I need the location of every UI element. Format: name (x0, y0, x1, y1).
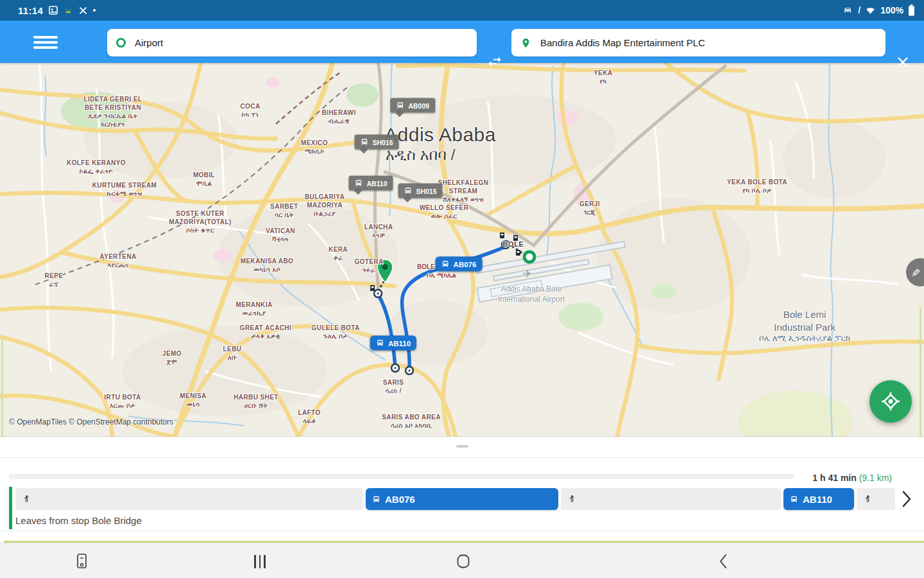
app-bar: Airport Bandira Addis Map Entertainment … (0, 21, 924, 63)
transit-badge-ab110[interactable]: AB110 (370, 336, 416, 351)
destination-pin-icon (520, 37, 531, 49)
boundary-line-left (1, 339, 3, 437)
boundary-line-right (920, 307, 921, 437)
route-leg-ab076[interactable]: AB076 (366, 488, 558, 510)
transit-badge-label: SH016 (372, 138, 393, 146)
bus-icon (376, 339, 384, 347)
route-duration: 1 h 41 min (812, 473, 859, 483)
route-bottom-sheet: 1 h 41 min (9.1 km) AB076AB110 Leaves fr… (0, 437, 924, 543)
close-button[interactable] (893, 53, 912, 72)
back-button[interactable] (714, 552, 733, 570)
home-button[interactable] (454, 552, 473, 570)
transit-badge-label: AB009 (408, 101, 429, 109)
transit-badge-ab076[interactable]: AB076 (436, 257, 483, 272)
transit-badge-label: AB076 (454, 260, 477, 268)
transit-badge-ab110[interactable]: AB110 (348, 176, 393, 191)
android-icon (64, 6, 73, 15)
clock: 11:14 (18, 5, 43, 16)
divider (0, 457, 924, 458)
battery-percent: 100% (880, 5, 903, 15)
origin-input[interactable]: Airport (107, 29, 477, 57)
pencil-icon: ✎ (909, 268, 922, 277)
bus-icon (396, 101, 404, 110)
screenshot-icon (48, 5, 58, 15)
destination-input[interactable]: Bandira Addis Map Entertainment PLC (511, 29, 886, 57)
route-timeline-bar (9, 474, 794, 479)
route-legs-bar[interactable]: AB076AB110 (15, 488, 895, 510)
destination-value: Bandira Addis Map Entertainment PLC (540, 37, 705, 48)
my-location-fab[interactable] (869, 380, 912, 423)
airplane-icon: ✈ (523, 267, 532, 281)
leg-bus-label: AB110 (803, 494, 832, 505)
swap-origin-destination-button[interactable] (484, 51, 505, 72)
transit-badge-sh016[interactable]: SH016 (354, 135, 398, 150)
bus-icon (354, 179, 363, 188)
route-leg-ab110[interactable]: AB110 (783, 488, 854, 510)
wifi-icon (865, 5, 876, 16)
city-label: Addis Ababa (384, 124, 496, 146)
bus-icon (372, 495, 381, 504)
status-bar: 11:14 / 100% (0, 0, 924, 21)
recents-button[interactable] (250, 552, 270, 570)
locate-crosshair-icon (880, 391, 901, 412)
car-mode-icon (842, 4, 853, 16)
route-summary: 1 h 41 min (9.1 km) (812, 473, 892, 483)
status-left: 11:14 (18, 5, 96, 16)
route-leg-walk-0[interactable] (15, 488, 363, 510)
bus-icon (790, 495, 798, 504)
walk-icon (22, 494, 31, 504)
origin-value: Airport (135, 37, 163, 48)
origin-ring-icon (116, 38, 126, 48)
notification-dot-icon (93, 9, 96, 12)
route-leg-walk-2[interactable] (561, 488, 781, 510)
accent-underline (4, 541, 924, 543)
divider (0, 530, 924, 531)
map-attribution: © OpenMapTiles © OpenStreetMap contribut… (9, 417, 173, 426)
bus-icon (404, 187, 412, 195)
departure-note: Leaves from stop Bole Bridge (15, 515, 142, 526)
slash-divider-icon: / (858, 5, 860, 15)
android-nav-bar (0, 543, 924, 578)
sheet-drag-handle[interactable] (456, 445, 468, 448)
bus-icon (441, 260, 450, 268)
transit-badge-label: AB110 (366, 179, 387, 187)
route-leg-walk-4[interactable] (857, 488, 895, 510)
selected-route-accent (9, 487, 12, 529)
status-right: / 100% (842, 4, 915, 16)
transit-badge-sh015[interactable]: SH015 (398, 184, 442, 198)
next-route-chevron[interactable] (898, 488, 915, 510)
map-canvas[interactable]: LIDETA GEBRI ELBETE KRISTIYANሊደታ ገብርኤል ቤ… (0, 63, 924, 437)
bus-icon (360, 138, 368, 146)
transit-badge-ab009[interactable]: AB009 (390, 98, 435, 113)
map-tiles (0, 63, 924, 437)
hamburger-menu-button[interactable] (33, 33, 58, 50)
route-endpoint-ring (524, 252, 535, 262)
battery-icon (908, 4, 915, 16)
airport-label: Addis Ababa Bole International Airport (498, 284, 565, 304)
screenshot-nav-button[interactable] (72, 552, 91, 570)
crossed-tools-icon (78, 6, 88, 15)
transit-badge-label: SH015 (416, 187, 436, 195)
walk-icon (567, 494, 576, 504)
leg-bus-label: AB076 (385, 494, 415, 505)
transit-badge-label: AB110 (388, 339, 411, 347)
walk-icon (863, 494, 872, 504)
route-distance: (9.1 km) (859, 473, 892, 483)
